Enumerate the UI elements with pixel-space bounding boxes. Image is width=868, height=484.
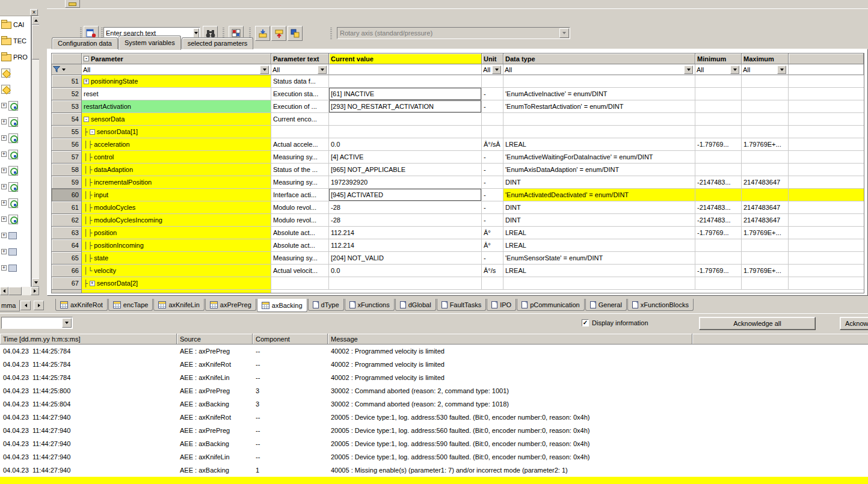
alarm-row[interactable]: 04.04.23 11:44:25:784AEE : axKnifeRot--4…: [0, 358, 868, 371]
current-value-cell[interactable]: -28: [329, 201, 482, 214]
maximum-column-header[interactable]: Maximum: [742, 54, 789, 64]
row-number-cell[interactable]: 61: [52, 201, 82, 214]
parameter-column-header[interactable]: - Parameter: [82, 54, 271, 64]
sheet-tab-faulttasks[interactable]: FaultTasks: [437, 299, 487, 311]
load-values-button[interactable]: [255, 26, 270, 41]
alarm-row[interactable]: 04.04.23 11:44:27:940AEE : axKnifeRot--2…: [0, 411, 868, 424]
current-value-cell[interactable]: 1972392920: [329, 176, 482, 189]
panel-splitter[interactable]: [39, 8, 47, 296]
param-name-cell[interactable]: │├state: [82, 252, 271, 265]
tree-item[interactable]: +: [0, 114, 31, 130]
tree-item[interactable]: CAI: [0, 16, 31, 32]
time-column-header[interactable]: Time [dd.mm.yy h:m:s:ms]: [0, 334, 177, 345]
row-number-cell[interactable]: 53: [52, 100, 82, 113]
current-value-cell[interactable]: [61] INACTIVE: [329, 88, 482, 100]
alarm-row[interactable]: 04.04.23 11:44:25:784AEE : axKnifeLin--4…: [0, 371, 868, 384]
sheet-tab-xfunctionblocks[interactable]: xFunctionBlocks: [627, 299, 694, 311]
acknowledge-button[interactable]: Acknowledge: [840, 317, 868, 330]
param-name-cell[interactable]: ├+sensorData[2]: [82, 277, 271, 290]
current-value-cell[interactable]: [329, 126, 482, 138]
row-number-cell[interactable]: 64: [52, 239, 82, 252]
message-column-header[interactable]: Message: [328, 334, 692, 345]
sheet-tab-enctape[interactable]: encTape: [108, 299, 153, 311]
row-number-cell[interactable]: 67: [52, 277, 82, 290]
close-icon[interactable]: ×: [30, 9, 38, 16]
row-number-cell[interactable]: 57: [52, 151, 82, 164]
row-number-cell[interactable]: 65: [52, 252, 82, 265]
tree-item[interactable]: +: [0, 179, 31, 195]
current-value-cell[interactable]: 0.0: [329, 265, 482, 277]
tree-item[interactable]: +: [0, 162, 31, 179]
current-value-cell[interactable]: [4] ACTIVE: [329, 151, 482, 164]
sheet-tab-general[interactable]: General: [585, 299, 627, 311]
unit-column-header[interactable]: Unit: [482, 54, 503, 64]
tree-item[interactable]: [0, 65, 31, 81]
param-name-cell[interactable]: restartActivation: [82, 100, 271, 113]
current-value-filter-cell[interactable]: [329, 64, 482, 75]
row-number-cell[interactable]: 56: [52, 138, 82, 151]
sheet-tab-xfunctions[interactable]: xFunctions: [345, 299, 395, 311]
alarm-row[interactable]: 04.04.23 11:44:25:784AEE : axPrePreg--40…: [0, 345, 868, 358]
current-value-cell[interactable]: 112.214: [329, 227, 482, 239]
chevron-down-icon[interactable]: [318, 66, 327, 74]
alarm-filter-combobox[interactable]: [1, 317, 73, 329]
chevron-down-icon[interactable]: [260, 66, 269, 74]
scroll-right-icon[interactable]: [31, 287, 39, 295]
alarm-row[interactable]: 04.04.23 11:44:25:800AEE : axPrePreg3300…: [0, 384, 868, 397]
scrollbar-thumb[interactable]: [8, 287, 22, 295]
param-name-cell[interactable]: │├input: [82, 189, 271, 201]
expand-toggle[interactable]: +: [84, 79, 89, 84]
expand-toggle[interactable]: +: [1, 200, 7, 206]
row-number-cell[interactable]: 66: [52, 265, 82, 277]
expand-toggle[interactable]: +: [1, 168, 7, 173]
chevron-down-icon[interactable]: [684, 66, 693, 74]
current-value-cell[interactable]: [965] NOT_APPLICABLE: [329, 164, 482, 176]
tree-item[interactable]: +: [0, 227, 31, 244]
param-name-cell[interactable]: ├-sensorData[1]: [82, 126, 271, 138]
param-name-cell[interactable]: │├dataAdaption: [82, 164, 271, 176]
current-value-cell[interactable]: 0.0: [329, 138, 482, 151]
checkbox-checked-icon[interactable]: ✓: [582, 319, 589, 326]
current-value-column-header[interactable]: Current value: [329, 54, 482, 64]
sheet-tab-fragment[interactable]: mma: [0, 300, 20, 311]
save-values-button[interactable]: [271, 26, 286, 41]
parameter-text-filter-dropdown[interactable]: All: [271, 64, 329, 75]
row-number-cell[interactable]: 60: [52, 189, 82, 201]
current-value-cell[interactable]: 112.214: [329, 239, 482, 252]
alarm-row[interactable]: 04.04.23 11:44:27:940AEE : axBacking1400…: [0, 464, 868, 477]
current-value-cell[interactable]: [329, 113, 482, 126]
row-number-cell[interactable]: 55: [52, 126, 82, 138]
unit-filter-dropdown[interactable]: All: [482, 64, 503, 75]
row-number-cell[interactable]: 62: [52, 214, 82, 227]
row-number-cell[interactable]: 54: [52, 113, 82, 126]
tree-item[interactable]: TEC: [0, 32, 31, 49]
tree-horizontal-scrollbar[interactable]: [0, 287, 39, 295]
current-value-cell[interactable]: -28: [329, 214, 482, 227]
row-number-cell[interactable]: 51: [52, 75, 82, 88]
expand-toggle[interactable]: +: [1, 103, 7, 108]
expand-toggle[interactable]: +: [1, 216, 7, 222]
toolbar-button-partial[interactable]: [65, 0, 80, 8]
sheet-tab-dglobal[interactable]: dGlobal: [395, 299, 436, 311]
tree-item[interactable]: +: [0, 97, 31, 114]
expand-toggle[interactable]: +: [90, 281, 95, 286]
filter-funnel-cell[interactable]: [52, 64, 82, 75]
expand-toggle[interactable]: +: [1, 249, 7, 254]
row-number-cell[interactable]: 58: [52, 164, 82, 176]
expand-toggle[interactable]: +: [1, 152, 7, 157]
sheet-tab-pcommunication[interactable]: pCommunication: [517, 299, 585, 311]
chevron-down-icon[interactable]: [62, 318, 72, 328]
sheet-tab-axkniferot[interactable]: axKnifeRot: [55, 299, 108, 311]
data-type-column-header[interactable]: Data type: [503, 54, 695, 64]
param-name-cell[interactable]: │├control: [82, 151, 271, 164]
row-number-cell[interactable]: 59: [52, 176, 82, 189]
maximum-filter-dropdown[interactable]: All: [742, 64, 789, 75]
expand-toggle[interactable]: +: [1, 135, 7, 141]
param-name-cell[interactable]: │├incrementalPosition: [82, 176, 271, 189]
tab-selected-parameters[interactable]: selected parameters: [182, 37, 254, 49]
param-name-cell[interactable]: │├acceleration: [82, 138, 271, 151]
expand-toggle[interactable]: +: [1, 184, 7, 189]
alarm-row[interactable]: 04.04.23 11:44:27:940AEE : axKnifeLin--2…: [0, 450, 868, 464]
parameter-filter-dropdown[interactable]: All: [82, 64, 271, 75]
param-name-cell[interactable]: │└velocity: [82, 265, 271, 277]
